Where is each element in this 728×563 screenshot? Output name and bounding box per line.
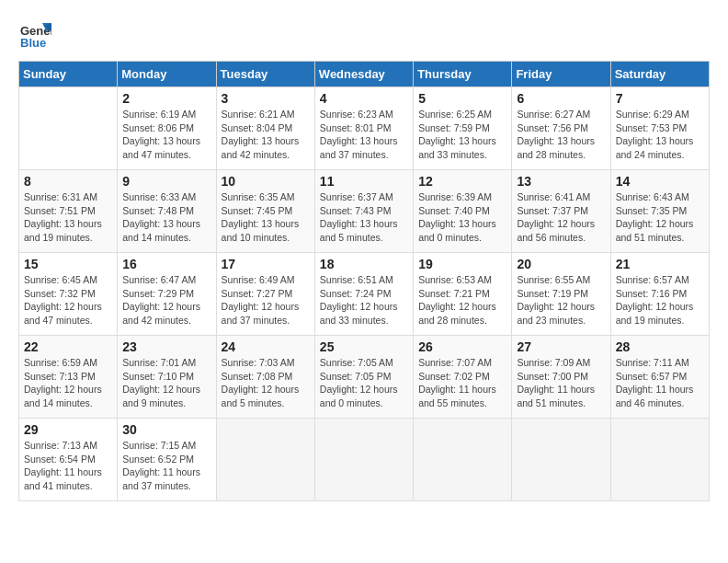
day-number: 6 — [517, 91, 605, 106]
calendar-day-cell: 21 Sunrise: 6:57 AMSunset: 7:16 PMDaylig… — [610, 253, 709, 336]
day-info: Sunrise: 7:11 AMSunset: 6:57 PMDaylight:… — [616, 356, 704, 410]
calendar-day-cell: 28 Sunrise: 7:11 AMSunset: 6:57 PMDaylig… — [610, 336, 709, 419]
calendar-day-cell — [19, 87, 118, 170]
day-number: 27 — [517, 339, 605, 354]
day-number: 30 — [122, 422, 210, 437]
day-info: Sunrise: 6:39 AMSunset: 7:40 PMDaylight:… — [418, 190, 506, 245]
calendar-day-cell: 7 Sunrise: 6:29 AMSunset: 7:53 PMDayligh… — [610, 87, 709, 170]
day-info: Sunrise: 6:53 AMSunset: 7:21 PMDaylight:… — [418, 273, 506, 327]
calendar-day-cell: 2 Sunrise: 6:19 AMSunset: 8:06 PMDayligh… — [118, 87, 216, 170]
day-header-sunday: Sunday — [19, 62, 118, 87]
calendar-day-cell: 9 Sunrise: 6:33 AMSunset: 7:48 PMDayligh… — [118, 170, 216, 253]
day-number: 28 — [616, 339, 704, 354]
day-number: 11 — [320, 174, 408, 189]
calendar-week-row: 8 Sunrise: 6:31 AMSunset: 7:51 PMDayligh… — [19, 170, 710, 253]
calendar-day-cell: 26 Sunrise: 7:07 AMSunset: 7:02 PMDaylig… — [414, 336, 512, 419]
day-info: Sunrise: 6:29 AMSunset: 7:53 PMDaylight:… — [616, 108, 704, 162]
day-info: Sunrise: 7:13 AMSunset: 6:54 PMDaylight:… — [24, 439, 112, 493]
day-number: 4 — [320, 91, 408, 106]
day-info: Sunrise: 6:51 AMSunset: 7:24 PMDaylight:… — [320, 273, 408, 327]
day-info: Sunrise: 7:09 AMSunset: 7:00 PMDaylight:… — [517, 356, 605, 410]
day-header-tuesday: Tuesday — [216, 62, 314, 87]
day-number: 16 — [122, 257, 210, 271]
calendar-day-cell: 15 Sunrise: 6:45 AMSunset: 7:32 PMDaylig… — [19, 253, 118, 336]
day-number: 24 — [222, 339, 310, 354]
calendar-day-cell: 19 Sunrise: 6:53 AMSunset: 7:21 PMDaylig… — [414, 253, 512, 336]
calendar-day-cell — [414, 419, 512, 501]
calendar-day-cell: 17 Sunrise: 6:49 AMSunset: 7:27 PMDaylig… — [216, 253, 314, 336]
day-info: Sunrise: 7:15 AMSunset: 6:52 PMDaylight:… — [122, 439, 210, 493]
day-number: 13 — [517, 174, 605, 189]
day-info: Sunrise: 6:43 AMSunset: 7:35 PMDaylight:… — [616, 190, 704, 245]
day-number: 12 — [418, 174, 506, 189]
calendar-day-cell: 5 Sunrise: 6:25 AMSunset: 7:59 PMDayligh… — [414, 87, 512, 170]
day-number: 5 — [418, 91, 506, 106]
calendar-day-cell: 20 Sunrise: 6:55 AMSunset: 7:19 PMDaylig… — [512, 253, 610, 336]
calendar-header-row: SundayMondayTuesdayWednesdayThursdayFrid… — [19, 62, 710, 87]
day-number: 20 — [517, 257, 605, 271]
day-number: 8 — [24, 174, 112, 189]
calendar-day-cell: 8 Sunrise: 6:31 AMSunset: 7:51 PMDayligh… — [19, 170, 118, 253]
calendar-week-row: 29 Sunrise: 7:13 AMSunset: 6:54 PMDaylig… — [19, 419, 710, 501]
calendar-day-cell: 12 Sunrise: 6:39 AMSunset: 7:40 PMDaylig… — [414, 170, 512, 253]
calendar-day-cell: 30 Sunrise: 7:15 AMSunset: 6:52 PMDaylig… — [118, 419, 216, 501]
calendar-week-row: 15 Sunrise: 6:45 AMSunset: 7:32 PMDaylig… — [19, 253, 710, 336]
calendar-day-cell: 29 Sunrise: 7:13 AMSunset: 6:54 PMDaylig… — [19, 419, 118, 501]
day-header-saturday: Saturday — [610, 62, 709, 87]
day-number: 25 — [320, 339, 408, 354]
day-info: Sunrise: 6:45 AMSunset: 7:32 PMDaylight:… — [24, 273, 112, 327]
day-number: 3 — [222, 91, 310, 106]
day-header-thursday: Thursday — [414, 62, 512, 87]
day-info: Sunrise: 6:35 AMSunset: 7:45 PMDaylight:… — [222, 190, 310, 245]
svg-text:Blue: Blue — [20, 36, 46, 50]
day-number: 29 — [24, 422, 112, 437]
day-number: 22 — [24, 339, 112, 354]
day-number: 2 — [122, 91, 210, 106]
calendar-day-cell: 4 Sunrise: 6:23 AMSunset: 8:01 PMDayligh… — [314, 87, 413, 170]
day-number: 9 — [122, 174, 210, 189]
day-info: Sunrise: 6:19 AMSunset: 8:06 PMDaylight:… — [122, 108, 210, 162]
calendar-day-cell: 6 Sunrise: 6:27 AMSunset: 7:56 PMDayligh… — [512, 87, 610, 170]
calendar-day-cell — [216, 419, 314, 501]
day-number: 17 — [222, 257, 310, 271]
calendar-day-cell: 13 Sunrise: 6:41 AMSunset: 7:37 PMDaylig… — [512, 170, 610, 253]
day-info: Sunrise: 6:33 AMSunset: 7:48 PMDaylight:… — [122, 190, 210, 245]
calendar-day-cell: 18 Sunrise: 6:51 AMSunset: 7:24 PMDaylig… — [314, 253, 413, 336]
day-info: Sunrise: 7:05 AMSunset: 7:05 PMDaylight:… — [320, 356, 408, 410]
day-header-monday: Monday — [118, 62, 216, 87]
logo-icon: General Blue — [18, 18, 51, 52]
day-number: 7 — [616, 91, 704, 106]
calendar-day-cell: 11 Sunrise: 6:37 AMSunset: 7:43 PMDaylig… — [314, 170, 413, 253]
day-info: Sunrise: 6:31 AMSunset: 7:51 PMDaylight:… — [24, 190, 112, 245]
day-info: Sunrise: 6:27 AMSunset: 7:56 PMDaylight:… — [517, 108, 605, 162]
day-header-wednesday: Wednesday — [314, 62, 413, 87]
day-info: Sunrise: 7:03 AMSunset: 7:08 PMDaylight:… — [222, 356, 310, 410]
day-info: Sunrise: 7:01 AMSunset: 7:10 PMDaylight:… — [122, 356, 210, 410]
calendar-body: 2 Sunrise: 6:19 AMSunset: 8:06 PMDayligh… — [19, 87, 710, 501]
calendar-day-cell: 24 Sunrise: 7:03 AMSunset: 7:08 PMDaylig… — [216, 336, 314, 419]
day-number: 26 — [418, 339, 506, 354]
page-header: General Blue — [18, 18, 710, 52]
calendar-day-cell: 22 Sunrise: 6:59 AMSunset: 7:13 PMDaylig… — [19, 336, 118, 419]
calendar-day-cell: 25 Sunrise: 7:05 AMSunset: 7:05 PMDaylig… — [314, 336, 413, 419]
day-info: Sunrise: 6:37 AMSunset: 7:43 PMDaylight:… — [320, 190, 408, 245]
day-info: Sunrise: 6:23 AMSunset: 8:01 PMDaylight:… — [320, 108, 408, 162]
day-number: 18 — [320, 257, 408, 271]
calendar-day-cell: 23 Sunrise: 7:01 AMSunset: 7:10 PMDaylig… — [118, 336, 216, 419]
calendar-day-cell: 14 Sunrise: 6:43 AMSunset: 7:35 PMDaylig… — [610, 170, 709, 253]
day-info: Sunrise: 6:59 AMSunset: 7:13 PMDaylight:… — [24, 356, 112, 410]
calendar-table: SundayMondayTuesdayWednesdayThursdayFrid… — [18, 61, 710, 501]
day-info: Sunrise: 6:49 AMSunset: 7:27 PMDaylight:… — [222, 273, 310, 327]
day-number: 15 — [24, 257, 112, 271]
day-info: Sunrise: 6:47 AMSunset: 7:29 PMDaylight:… — [122, 273, 210, 327]
day-info: Sunrise: 6:55 AMSunset: 7:19 PMDaylight:… — [517, 273, 605, 327]
day-info: Sunrise: 6:21 AMSunset: 8:04 PMDaylight:… — [222, 108, 310, 162]
calendar-day-cell: 3 Sunrise: 6:21 AMSunset: 8:04 PMDayligh… — [216, 87, 314, 170]
day-info: Sunrise: 6:25 AMSunset: 7:59 PMDaylight:… — [418, 108, 506, 162]
day-info: Sunrise: 6:41 AMSunset: 7:37 PMDaylight:… — [517, 190, 605, 245]
day-info: Sunrise: 6:57 AMSunset: 7:16 PMDaylight:… — [616, 273, 704, 327]
day-number: 10 — [222, 174, 310, 189]
day-number: 23 — [122, 339, 210, 354]
calendar-week-row: 22 Sunrise: 6:59 AMSunset: 7:13 PMDaylig… — [19, 336, 710, 419]
day-number: 14 — [616, 174, 704, 189]
